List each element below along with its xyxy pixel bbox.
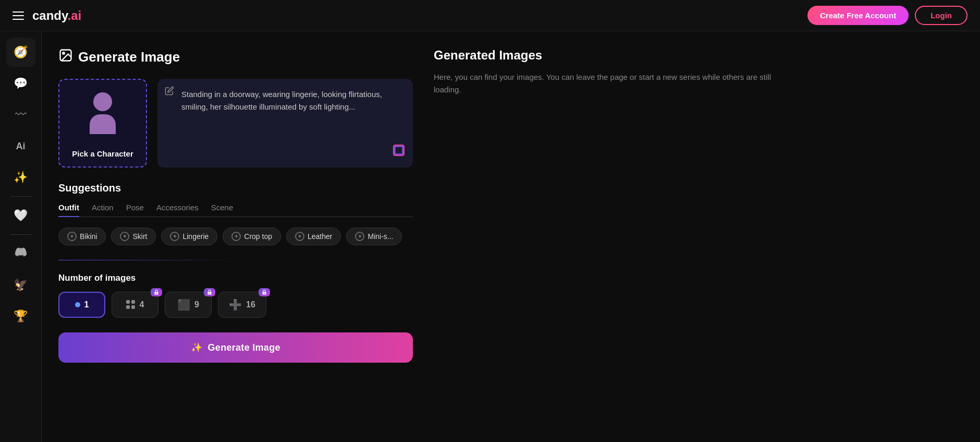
plus-icon: + [120,232,129,241]
hamburger-menu-icon[interactable] [13,11,24,20]
generate-sparkle-icon: ✨ [191,342,202,353]
count-label: 9 [194,300,199,309]
lock-badge [151,288,162,296]
avatar-body [90,114,116,134]
plus-icon: + [67,232,77,241]
count-square-icon: ⬛ [177,298,190,311]
sidebar-item-chat[interactable]: 💬 [6,69,35,98]
prompt-area: Standing in a doorway, wearing lingerie,… [157,79,413,168]
generated-images-description: Here, you can find your images. You can … [434,71,799,96]
pill-label: Skirt [132,232,147,241]
pill-label: Lingerie [182,232,209,241]
main-content: Generate Image Pick a Character Stan [42,31,980,442]
count-label: 16 [246,300,255,309]
plus-icon: + [170,232,179,241]
tab-action[interactable]: Action [92,203,114,217]
sidebar-item-favorites[interactable]: 🤍 [6,201,35,230]
logo: candy.ai [32,8,81,23]
suggestion-tabs: Outfit Action Pose Accessories Scene [58,202,413,217]
suggestions-label: Suggestions [58,182,413,194]
prompt-text: Standing in a doorway, wearing lingerie,… [167,88,403,113]
sidebar-item-ai-art[interactable]: Ai [6,132,35,161]
pill-leather[interactable]: + Leather [286,228,341,245]
create-account-button[interactable]: Create Free Account [807,6,909,25]
header: candy.ai Create Free Account Login [0,0,980,31]
bird-icon: 🦅 [14,278,28,292]
generate-image-label: Generate Image [78,49,180,65]
generate-image-title: Generate Image [58,48,413,66]
plus-icon: + [231,232,241,241]
tab-pose[interactable]: Pose [126,203,144,217]
pill-label: Leather [308,232,332,241]
lock-badge [259,288,270,296]
trophy-icon: 🏆 [14,309,28,323]
generate-image-button[interactable]: ✨ Generate Image [58,332,413,363]
pill-label: Bikini [80,232,97,241]
tab-scene[interactable]: Scene [211,203,234,217]
edit-icon [165,86,174,98]
count-dot-icon [75,302,80,307]
sidebar-item-feed[interactable]: 〰 [6,100,35,129]
sidebar-divider-1 [10,196,31,197]
num-images-label: Number of images [58,273,413,283]
plus-icon: + [355,232,364,241]
count-option-16[interactable]: ➕ 16 [218,292,266,318]
sidebar-item-leaderboard[interactable]: 🏆 [6,302,35,331]
top-row: Pick a Character Standing in a doorway, … [58,79,413,168]
count-option-1[interactable]: 1 [58,292,105,318]
count-label: 1 [84,300,89,309]
compass-icon: 🧭 [14,45,28,59]
left-panel: Generate Image Pick a Character Stan [58,48,413,425]
svg-point-1 [63,52,65,54]
plus-icon: + [295,232,304,241]
sidebar: 🧭 💬 〰 Ai ✨ 🤍 🦅 🏆 [0,31,42,442]
character-avatar [90,92,116,134]
generate-btn-label: Generate Image [208,342,280,353]
pill-label: Mini-s... [368,232,393,241]
generate-image-icon [58,48,73,66]
generated-images-title: Generated Images [434,48,963,63]
count-plus-icon: ➕ [229,298,242,311]
login-button[interactable]: Login [915,6,967,25]
pill-lingerie[interactable]: + Lingerie [161,228,217,245]
discord-icon [15,246,27,261]
character-picker[interactable]: Pick a Character [58,79,147,168]
ai-art-icon: Ai [16,141,26,152]
refresh-prompt-button[interactable] [392,144,406,160]
sidebar-item-social[interactable]: 🦅 [6,270,35,300]
heart-icon: 🤍 [14,209,28,222]
lock-badge [204,288,215,296]
pill-crop-top[interactable]: + Crop top [223,228,281,245]
pill-skirt[interactable]: + Skirt [111,228,156,245]
sidebar-divider-2 [10,234,31,235]
chat-icon: 💬 [14,77,28,90]
right-panel: Generated Images Here, you can find your… [434,48,963,425]
count-option-9[interactable]: ⬛ 9 [165,292,212,318]
sparkle-icon: ✨ [14,171,28,184]
pill-label: Crop top [244,232,272,241]
svg-rect-3 [395,146,402,154]
count-grid-icon [126,300,136,309]
tab-accessories[interactable]: Accessories [156,203,199,217]
image-count-options: 1 4 ⬛ 9 [58,292,413,318]
count-option-4[interactable]: 4 [112,292,158,318]
sidebar-item-explore[interactable]: 🧭 [6,38,35,67]
header-right: Create Free Account Login [807,6,967,25]
wave-icon: 〰 [15,108,27,122]
pick-character-label: Pick a Character [72,149,133,158]
logo-text: candy [32,8,68,22]
header-left: candy.ai [13,8,81,23]
layout: 🧭 💬 〰 Ai ✨ 🤍 🦅 🏆 [0,31,980,442]
pill-mini-skirt[interactable]: + Mini-s... [346,228,402,245]
tab-outfit[interactable]: Outfit [58,203,79,217]
avatar-head [93,92,112,111]
logo-accent: .ai [68,8,82,22]
sidebar-item-magic[interactable]: ✨ [6,163,35,192]
separator [58,260,241,260]
pill-bikini[interactable]: + Bikini [58,228,106,245]
count-label: 4 [140,300,144,309]
sidebar-item-discord[interactable] [6,239,35,268]
suggestion-pills: + Bikini + Skirt + Lingerie + Crop top + [58,228,413,245]
